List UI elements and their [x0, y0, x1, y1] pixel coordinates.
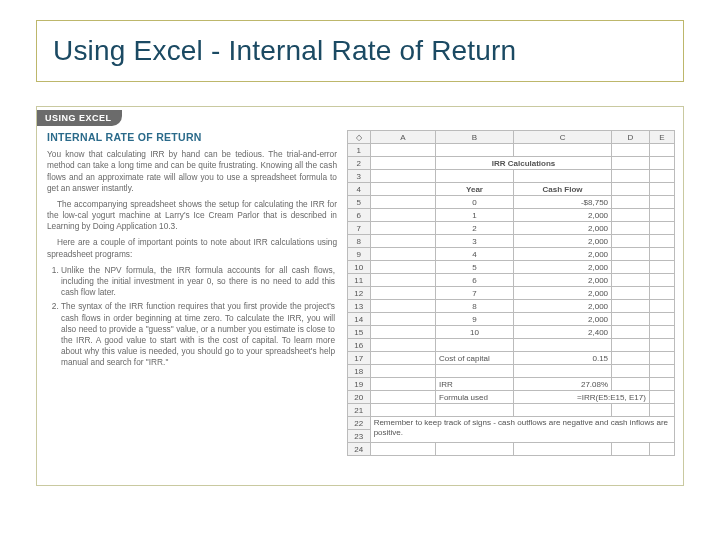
year-cell: 2 — [436, 222, 514, 235]
cf-cell: 2,000 — [513, 274, 611, 287]
coc-value: 0.15 — [513, 352, 611, 365]
year-header: Year — [436, 183, 514, 196]
year-cell: 7 — [436, 287, 514, 300]
year-cell: 6 — [436, 274, 514, 287]
year-cell: 4 — [436, 248, 514, 261]
cf-cell: 2,000 — [513, 235, 611, 248]
row-num: 3 — [348, 170, 371, 183]
row-num: 23 — [348, 430, 371, 443]
cf-cell: 2,000 — [513, 287, 611, 300]
row-num: 4 — [348, 183, 371, 196]
cf-cell: -$8,750 — [513, 196, 611, 209]
corner-cell: ◇ — [348, 131, 371, 144]
year-cell: 9 — [436, 313, 514, 326]
footnote: Remember to keep track of signs - cash o… — [370, 417, 674, 443]
col-b: B — [436, 131, 514, 144]
row-num: 17 — [348, 352, 371, 365]
cf-cell: 2,000 — [513, 209, 611, 222]
formula-label: Formula used — [436, 391, 514, 404]
list-item-1: Unlike the NPV formula, the IRR formula … — [61, 265, 337, 299]
row-num: 16 — [348, 339, 371, 352]
cf-cell: 2,400 — [513, 326, 611, 339]
col-e: E — [649, 131, 674, 144]
row-num: 13 — [348, 300, 371, 313]
coc-label: Cost of capital — [436, 352, 514, 365]
notes-list: Unlike the NPV formula, the IRR formula … — [61, 265, 337, 369]
row-num: 9 — [348, 248, 371, 261]
col-a: A — [370, 131, 435, 144]
formula-value: =IRR(E5:E15, E17) — [513, 391, 649, 404]
list-item-2: The syntax of the IRR function requires … — [61, 301, 337, 368]
row-num: 5 — [348, 196, 371, 209]
year-cell: 10 — [436, 326, 514, 339]
cf-cell: 2,000 — [513, 248, 611, 261]
year-cell: 0 — [436, 196, 514, 209]
year-cell: 5 — [436, 261, 514, 274]
row-num: 1 — [348, 144, 371, 157]
slide: Using Excel - Internal Rate of Return US… — [0, 0, 720, 540]
row-num: 2 — [348, 157, 371, 170]
slide-title: Using Excel - Internal Rate of Return — [53, 35, 667, 67]
cf-cell: 2,000 — [513, 261, 611, 274]
row-num: 12 — [348, 287, 371, 300]
year-cell: 1 — [436, 209, 514, 222]
section-tab: USING EXCEL — [37, 110, 122, 126]
row-num: 8 — [348, 235, 371, 248]
row-num: 19 — [348, 378, 371, 391]
row-num: 20 — [348, 391, 371, 404]
year-cell: 3 — [436, 235, 514, 248]
cf-cell: 2,000 — [513, 222, 611, 235]
row-num: 22 — [348, 417, 371, 430]
title-container: Using Excel - Internal Rate of Return — [36, 20, 684, 82]
content-columns: INTERNAL RATE OF RETURN You know that ca… — [37, 126, 683, 464]
cf-cell: 2,000 — [513, 313, 611, 326]
row-num: 21 — [348, 404, 371, 417]
row-num: 7 — [348, 222, 371, 235]
section-heading: INTERNAL RATE OF RETURN — [47, 130, 337, 144]
paragraph-1: You know that calculating IRR by hand ca… — [47, 149, 337, 194]
spreadsheet-table: ◇ A B C D E 1 2IRR Calculations 3 4YearC… — [347, 130, 675, 456]
row-num: 14 — [348, 313, 371, 326]
paragraph-2: The accompanying spreadsheet shows the s… — [47, 199, 337, 233]
row-num: 15 — [348, 326, 371, 339]
spreadsheet-column: ◇ A B C D E 1 2IRR Calculations 3 4YearC… — [347, 130, 675, 456]
irr-value: 27.08% — [513, 378, 611, 391]
cf-cell: 2,000 — [513, 300, 611, 313]
irr-label: IRR — [436, 378, 514, 391]
content-frame: USING EXCEL INTERNAL RATE OF RETURN You … — [36, 106, 684, 486]
row-num: 6 — [348, 209, 371, 222]
row-num: 18 — [348, 365, 371, 378]
paragraph-3: Here are a couple of important points to… — [47, 237, 337, 259]
col-c: C — [513, 131, 611, 144]
row-num: 10 — [348, 261, 371, 274]
row-num: 24 — [348, 443, 371, 456]
explanation-column: INTERNAL RATE OF RETURN You know that ca… — [47, 130, 337, 456]
col-d: D — [612, 131, 650, 144]
sheet-title: IRR Calculations — [436, 157, 612, 170]
header-row: ◇ A B C D E — [348, 131, 675, 144]
row-num: 11 — [348, 274, 371, 287]
cashflow-header: Cash Flow — [513, 183, 611, 196]
year-cell: 8 — [436, 300, 514, 313]
